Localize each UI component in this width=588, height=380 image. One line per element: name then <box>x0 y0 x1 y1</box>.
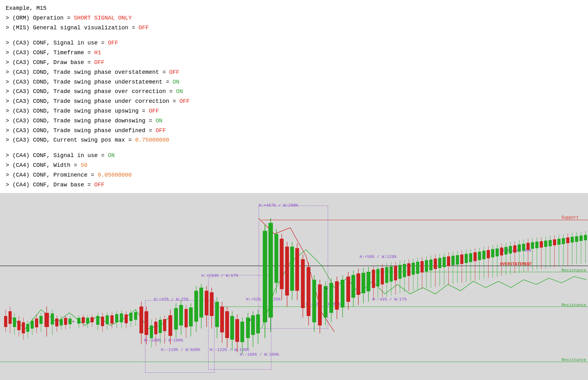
candle-body <box>60 319 63 325</box>
candle-body <box>64 318 67 325</box>
candle-body <box>185 309 188 327</box>
candle-body <box>22 322 25 333</box>
candle-body <box>487 250 490 258</box>
candle-body <box>416 262 419 274</box>
candle-body <box>531 242 534 249</box>
candle-body <box>120 313 123 322</box>
candle-body <box>398 265 402 279</box>
candle-body <box>154 322 157 334</box>
plus-sign-chart: + <box>249 318 252 323</box>
candle-body <box>420 261 424 272</box>
candle-body <box>447 256 450 266</box>
line-l14: > (CA4) CONF, Signal in use = ON <box>6 151 582 160</box>
candle-body <box>215 302 219 327</box>
candle-body <box>163 319 166 331</box>
line-value-l14: ON <box>108 152 115 159</box>
candle-body <box>295 248 299 291</box>
line-value-l12: OFF <box>156 127 166 134</box>
candle-body <box>403 264 406 277</box>
candle-body <box>496 248 499 256</box>
candle-body <box>341 280 344 307</box>
candle-body <box>17 321 21 330</box>
line-value-l3: OFF <box>108 40 118 46</box>
candle-body <box>91 317 94 322</box>
candle-body <box>301 259 305 308</box>
line-l5: > (CA3) CONF, Draw base = OFF <box>6 58 582 67</box>
candle-body <box>549 240 552 246</box>
candle-body <box>372 270 375 288</box>
candle-body <box>220 307 224 332</box>
candle-body <box>584 235 587 240</box>
candle-body <box>35 319 38 327</box>
candle-body <box>86 318 89 324</box>
candle-body <box>44 313 49 327</box>
candle-body <box>544 241 547 247</box>
spacer-spacer1 <box>6 33 582 38</box>
line-value-l9: OFF <box>179 98 190 104</box>
candle-body <box>179 305 183 325</box>
line-value-l16: 0.05000000 <box>98 172 132 178</box>
candle-body <box>443 257 446 267</box>
candle-body <box>429 260 432 270</box>
candle-body <box>144 311 148 335</box>
candle-body <box>199 288 203 318</box>
candle-body <box>465 254 468 263</box>
line-value-l8: ON <box>176 88 183 95</box>
candle-body <box>230 316 234 340</box>
candle-body <box>26 324 29 332</box>
candle-body <box>318 284 322 325</box>
line-value-l6: OFF <box>169 69 179 75</box>
candle-body <box>469 253 472 262</box>
line-l9: > (CA3) COND, Trade swing phase under co… <box>6 97 582 106</box>
line-value-l17: OFF <box>94 182 104 188</box>
line-l4: > (CA3) CONF, Timeframe = H1 <box>6 48 582 57</box>
candle-body <box>274 234 278 283</box>
text-section: Example, M15 > (ORM) Operation = SHORT S… <box>0 0 588 193</box>
candle-body-big-red <box>139 307 143 333</box>
line-l7: > (CA3) COND, Trade swing phase understa… <box>6 78 582 87</box>
candle-body <box>174 308 178 330</box>
candle-body <box>473 252 477 261</box>
candle-body <box>31 321 34 329</box>
chart-inner: Support Resistance Resistance Resistance… <box>0 193 588 380</box>
candle-body <box>482 251 485 259</box>
candle-body <box>394 266 397 280</box>
line-value-l15: 50 <box>81 162 88 168</box>
line-l13: > (CA3) COND, Current swing pos max = 0.… <box>6 136 582 145</box>
candle-body <box>376 269 379 286</box>
candle-body <box>362 273 365 293</box>
candle-body <box>425 260 428 272</box>
line-l12: > (CA3) COND, Trade swing phase undefine… <box>6 126 582 135</box>
candle-body <box>385 267 388 283</box>
candle-body <box>351 275 355 298</box>
candle-body <box>129 313 132 321</box>
candle-body <box>562 238 565 244</box>
candle-body <box>518 244 521 252</box>
candle-body <box>491 249 494 257</box>
candle-body <box>194 291 198 322</box>
candle-body <box>390 266 393 282</box>
candle-body <box>4 316 7 327</box>
line-l1: > (ORM) Operation = SHORT SIGNAL ONLY <box>6 14 582 23</box>
line-value-l7: ON <box>173 79 179 85</box>
candle-body <box>412 263 415 275</box>
candle-body <box>407 263 410 276</box>
candlestick-chart: + <box>0 193 588 380</box>
candle-body <box>312 280 316 322</box>
plus-sign-chart-2: + <box>325 286 328 292</box>
line-l6: > (CA3) COND, Trade swing phase overstat… <box>6 68 582 77</box>
line-value-l11: ON <box>156 118 162 124</box>
candle-body <box>540 241 543 248</box>
candle-body <box>509 246 512 254</box>
spacer-spacer2 <box>6 145 582 151</box>
line-l8: > (CA3) COND, Trade swing phase over cor… <box>6 87 582 96</box>
line-l10: > (CA3) COND, Trade swing phase upswing … <box>6 107 582 116</box>
candle-body <box>106 315 109 324</box>
line-l3: > (CA3) CONF, Signal in use = OFF <box>6 38 582 48</box>
candle-body <box>68 319 72 324</box>
line-value-l5: OFF <box>94 59 104 66</box>
candle-body <box>575 236 578 242</box>
candle-body <box>367 272 370 291</box>
candle-body <box>434 259 437 269</box>
candle-body <box>125 314 128 323</box>
